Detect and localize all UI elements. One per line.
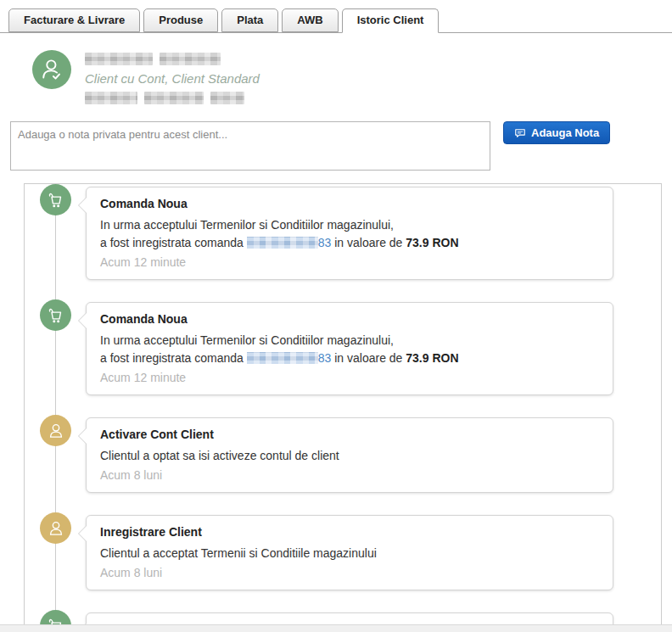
tab-bar: Facturare & Livrare Produse Plata AWB Is… bbox=[0, 0, 672, 33]
redacted-block bbox=[160, 53, 221, 65]
tab-produse[interactable]: Produse bbox=[143, 8, 218, 32]
redacted-client-name bbox=[85, 53, 260, 65]
tab-facturare-livrare[interactable]: Facturare & Livrare bbox=[8, 8, 140, 32]
client-header: Client cu Cont, Client Standard bbox=[32, 50, 672, 104]
order-amount: 73.9 RON bbox=[406, 236, 458, 249]
event-title: Comanda Noua bbox=[100, 311, 599, 327]
event-line1: In urma acceptului Termenilor si Conditi… bbox=[100, 332, 599, 350]
timeline-event: Inregistrare Client Clientul a acceptat … bbox=[25, 512, 661, 590]
event-timestamp: Acum 12 minute bbox=[100, 254, 599, 271]
timeline-event-card: Comanda Noua In urma acceptului Termenil… bbox=[86, 187, 613, 280]
add-note-button[interactable]: Adauga Nota bbox=[503, 121, 610, 144]
event-body: Clientul a acceptat Termenii si Conditii… bbox=[100, 545, 599, 562]
redacted-block bbox=[210, 92, 244, 104]
event-title: Inregistrare Client bbox=[100, 524, 599, 540]
event-line2: a fost inregistrata comanda 83 in valoar… bbox=[100, 350, 599, 367]
timeline-event: Comanda Noua In urma acceptului Termenil… bbox=[25, 299, 661, 395]
user-check-icon bbox=[39, 57, 64, 82]
cart-icon bbox=[40, 184, 71, 215]
order-line-mid: in valoare de bbox=[331, 236, 406, 249]
user-icon bbox=[40, 512, 71, 544]
user-icon bbox=[40, 415, 71, 446]
timeline-event: Comanda Noua In urma acceptului Termenil… bbox=[25, 184, 661, 280]
order-number-link[interactable]: 83 bbox=[318, 236, 332, 249]
tab-bar-divider bbox=[0, 32, 672, 33]
event-title: Activare Cont Client bbox=[100, 427, 599, 443]
redacted-client-contact bbox=[85, 92, 260, 104]
redacted-block bbox=[85, 53, 153, 65]
timeline-event: Activare Cont Client Clientul a optat sa… bbox=[25, 415, 661, 493]
tab-istoric-client[interactable]: Istoric Client bbox=[342, 8, 440, 33]
speech-bubble-icon bbox=[514, 127, 526, 139]
timeline-event-card: Comanda Noua In urma acceptului Termenil… bbox=[86, 302, 613, 395]
event-title: Comanda Noua bbox=[100, 196, 599, 212]
redacted-block bbox=[144, 92, 204, 104]
redacted-block bbox=[85, 92, 137, 104]
cart-icon bbox=[40, 299, 71, 331]
client-type-label: Client cu Cont, Client Standard bbox=[85, 71, 260, 86]
timeline-event-card: Inregistrare Client Clientul a acceptat … bbox=[86, 515, 613, 590]
timeline-event-card: Activare Cont Client Clientul a optat sa… bbox=[86, 417, 613, 493]
tab-awb[interactable]: AWB bbox=[282, 8, 338, 32]
add-note-button-label: Adauga Nota bbox=[531, 126, 599, 139]
window-bottom-edge bbox=[0, 624, 672, 632]
event-timestamp: Acum 8 luni bbox=[100, 564, 599, 582]
event-line2: a fost inregistrata comanda 83 in valoar… bbox=[100, 234, 599, 252]
event-body: Clientul a optat sa isi activeze contul … bbox=[100, 447, 599, 465]
order-amount: 73.9 RON bbox=[406, 351, 458, 365]
redacted-order-number bbox=[247, 237, 318, 249]
event-timestamp: Acum 12 minute bbox=[100, 369, 599, 387]
client-avatar bbox=[32, 50, 71, 89]
order-line-prefix: a fost inregistrata comanda bbox=[100, 236, 247, 249]
order-number-link[interactable]: 83 bbox=[318, 351, 332, 365]
private-note-input[interactable] bbox=[10, 121, 490, 171]
redacted-order-number bbox=[247, 352, 318, 364]
event-line1: In urma acceptului Termenilor si Conditi… bbox=[100, 216, 599, 234]
tab-plata[interactable]: Plata bbox=[221, 8, 278, 32]
event-timestamp: Acum 8 luni bbox=[100, 467, 599, 484]
order-line-prefix: a fost inregistrata comanda bbox=[100, 351, 247, 365]
order-line-mid: in valoare de bbox=[331, 351, 406, 365]
timeline-container: Comanda Noua In urma acceptului Termenil… bbox=[24, 183, 662, 632]
note-section: Adauga Nota bbox=[10, 121, 672, 171]
